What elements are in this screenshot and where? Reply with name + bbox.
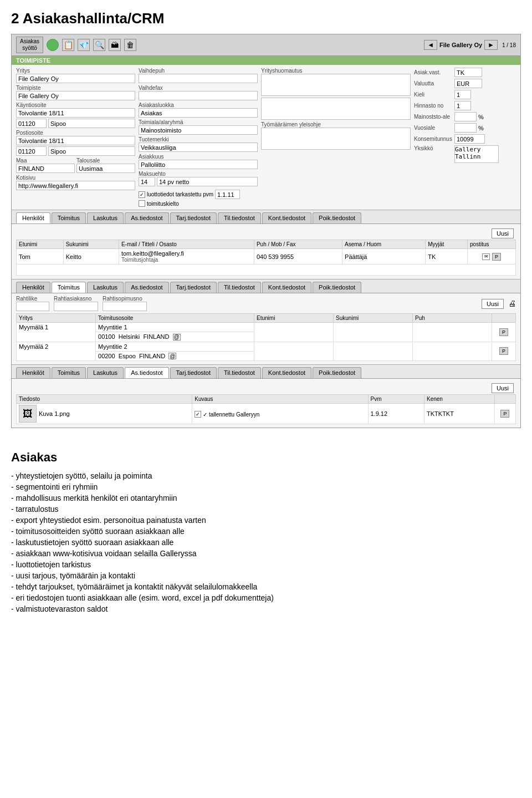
tab-konttiedostot-3[interactable]: Kont.tiedostot (262, 367, 311, 378)
hinnasto-input[interactable] (454, 101, 471, 110)
myymala1-print-cell[interactable]: P (492, 323, 516, 342)
yrityshuomautus-textarea[interactable] (261, 74, 411, 96)
yritys-input[interactable] (16, 74, 135, 83)
tab-poiktiedostot-1[interactable]: Poik.tiedostot (313, 212, 361, 223)
tab-laskutus-2[interactable]: Laskutus (87, 282, 124, 293)
uusi-button-2[interactable]: Uusi (482, 299, 504, 309)
tab-toimitus-3[interactable]: Toimitus (52, 367, 86, 378)
cell-sukunimi[interactable]: Keitto (63, 249, 119, 265)
vaihdefax-input[interactable] (139, 91, 258, 100)
tab-astiedostot-1[interactable]: As.tiedostot (125, 212, 168, 223)
toolbar-icon-4[interactable]: 🏔 (109, 39, 121, 51)
toimipiste-input[interactable] (16, 91, 135, 100)
talousale-input[interactable] (76, 164, 135, 173)
tab-henkilot-3[interactable]: Henkilöt (16, 367, 50, 378)
tab-henkilot-2[interactable]: Henkilöt (16, 282, 50, 293)
cell-email[interactable]: tom.keitto@filegallery.fi Toimitusjohtaj… (119, 249, 254, 265)
tab-tarjtiedostot-1[interactable]: Tarj.tiedostot (170, 212, 217, 223)
print-button-2[interactable]: 🖨 (508, 299, 516, 308)
kayntiosoite-input[interactable] (16, 108, 135, 118)
toolbar-icon-2[interactable]: 💎 (78, 39, 90, 51)
kayntiosoite-zip-input[interactable] (16, 119, 47, 128)
postiosoite-city-input[interactable] (48, 146, 135, 156)
toolbar-icon-1[interactable]: 📋 (62, 39, 74, 51)
cell-puh[interactable]: 040 539 9955 (254, 249, 342, 265)
tab-tiltiedostot-2[interactable]: Til.tiedostot (218, 282, 261, 293)
print-icon-myymala2[interactable]: P (499, 347, 508, 355)
tab-tiltiedostot-1[interactable]: Til.tiedostot (218, 212, 261, 223)
prev-record-button[interactable]: ◄ (424, 40, 437, 50)
kieli-input[interactable] (454, 90, 471, 99)
tab-toimitus-2[interactable]: Toimitus (52, 282, 86, 293)
asiakvastaava-input[interactable] (454, 68, 482, 77)
toimiala-input[interactable] (139, 125, 258, 135)
myymala2-print-cell[interactable]: P (492, 342, 516, 361)
kayntiosoite-city-input[interactable] (48, 119, 135, 128)
myymala2-osoite2-cell[interactable]: 00200 Espoo FINLAND @ (96, 351, 254, 361)
myymala2-cell[interactable]: Myymälä 2 (17, 342, 96, 361)
cell-asema[interactable]: Päättäjä (342, 249, 426, 265)
tab-konttiedostot-1[interactable]: Kont.tiedostot (262, 212, 311, 223)
asiakkuus-input[interactable] (139, 160, 258, 169)
myymala1-sukunimi-cell[interactable] (334, 323, 413, 342)
myymala1-puh-cell[interactable] (413, 323, 492, 342)
myymala2-osoite1-cell[interactable]: Myyntitie 2 (96, 342, 254, 351)
maksuehto-text-input[interactable] (157, 177, 258, 186)
myymala1-etunimi-cell[interactable] (254, 323, 334, 342)
next-record-button[interactable]: ► (484, 40, 498, 50)
myymala2-etunimi-cell[interactable] (254, 342, 334, 361)
myymala2-puh-cell[interactable] (413, 342, 492, 361)
postiosoite-zip-input[interactable] (16, 146, 47, 156)
myymala1-osoite2-cell[interactable]: 00100 Helsinki FINLAND @ (96, 332, 254, 342)
email-icon-1[interactable]: @ (173, 334, 181, 340)
rahtiasiakasno-input[interactable] (54, 302, 98, 311)
print-icon-myymala1[interactable]: P (499, 328, 508, 336)
cell-etunimi[interactable]: Tom (17, 249, 64, 265)
rahtisopimisno-input[interactable] (103, 302, 147, 311)
tab-astiedostot-3[interactable]: As.tiedostot (125, 367, 168, 378)
myymala1-cell[interactable]: Myymälä 1 (17, 323, 96, 342)
tab-tarjtiedostot-2[interactable]: Tarj.tiedostot (170, 282, 217, 293)
tab-astiedostot-2[interactable]: As.tiedostot (125, 282, 168, 293)
tab-laskutus-1[interactable]: Laskutus (87, 212, 124, 223)
vaihdepuh-input[interactable] (139, 74, 258, 83)
tab-henkilot-1[interactable]: Henkilöt (16, 212, 50, 223)
tiedosto-cell[interactable]: 🖼 Kuva 1.png (17, 404, 192, 424)
asiakas-syotto-button[interactable]: Asiakassyöttö (16, 37, 43, 53)
valuutta-input[interactable] (454, 79, 482, 88)
tab-konttiedostot-2[interactable]: Kont.tiedostot (262, 282, 311, 293)
kuvaus-cell[interactable]: ✓ ✓ tallennettu Galleryyn (192, 404, 368, 424)
pvm-cell[interactable]: 1.9.12 (368, 404, 424, 424)
maa-input[interactable] (16, 164, 75, 173)
kotisivu-input[interactable] (16, 181, 135, 190)
postiosoite-input[interactable] (16, 136, 135, 145)
tab-poiktiedostot-3[interactable]: Poik.tiedostot (313, 367, 361, 378)
green-circle-button[interactable] (47, 39, 59, 51)
print-icon-tiedosto[interactable]: P (500, 410, 509, 418)
print-icon[interactable]: P (492, 253, 501, 261)
vuosiale-input[interactable] (454, 123, 477, 133)
rahtilike-input[interactable] (16, 302, 49, 311)
luottotiedot-date-input[interactable] (215, 190, 240, 199)
tab-tarjtiedostot-3[interactable]: Tarj.tiedostot (170, 367, 217, 378)
toolbar-icon-5[interactable]: 🗑 (124, 39, 136, 51)
uusi-button-1[interactable]: Uusi (492, 228, 514, 238)
myymala2-sukunimi-cell[interactable] (334, 342, 413, 361)
email-icon-2[interactable]: @ (168, 353, 176, 359)
luottotiedot-checkbox[interactable]: ✓ (139, 191, 145, 198)
yksikko-textarea[interactable]: Gallery Tallinn (454, 145, 499, 163)
tab-toimitus-1[interactable]: Toimitus (52, 212, 86, 223)
tuotemerkki-input[interactable] (139, 143, 258, 152)
email-icon[interactable]: ✉ (482, 253, 490, 260)
tab-tiltiedostot-3[interactable]: Til.tiedostot (218, 367, 261, 378)
tiedosto-print-cell[interactable]: P (494, 404, 515, 424)
mainoststo-input[interactable] (454, 112, 477, 121)
tarjouksen-muosto-textarea[interactable] (261, 98, 411, 120)
toimituskielto-checkbox[interactable] (139, 200, 145, 207)
asiakasluokka-input[interactable] (139, 108, 258, 118)
uusi-button-3[interactable]: Uusi (492, 383, 514, 393)
konserni-input[interactable] (454, 134, 485, 144)
cell-postitus[interactable]: ✉ P (468, 249, 516, 265)
maksuehto-days-input[interactable] (139, 177, 155, 186)
tallennettu-checkbox[interactable]: ✓ (195, 411, 201, 418)
